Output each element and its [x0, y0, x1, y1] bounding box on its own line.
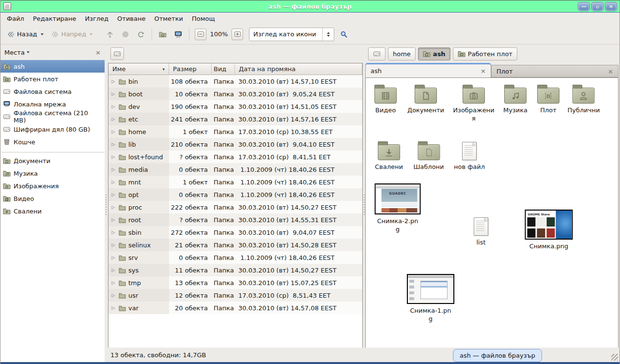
expander-icon[interactable]: ▷: [110, 142, 116, 147]
menu-item[interactable]: Изглед: [80, 14, 113, 24]
breadcrumb-button[interactable]: Работен плот: [453, 47, 517, 61]
file-item[interactable]: Видео: [374, 84, 397, 114]
filesystem-root-button[interactable]: [110, 47, 124, 60]
reload-button[interactable]: [135, 29, 147, 40]
up-button[interactable]: [104, 29, 116, 40]
table-row[interactable]: ▷ etc 241 обекта Папка 30.03.2010 (вт) 1…: [108, 113, 362, 125]
places-label[interactable]: Места: [4, 49, 25, 56]
menu-item[interactable]: Файл: [2, 14, 29, 24]
expander-icon[interactable]: ▷: [110, 293, 116, 298]
sidebar-item[interactable]: Видео: [0, 192, 105, 205]
tab[interactable]: Плот ×: [491, 65, 619, 77]
sidebar-item[interactable]: ash: [0, 60, 105, 73]
file-item[interactable]: Снимка-1.png: [407, 274, 454, 323]
expander-icon[interactable]: ▷: [110, 104, 116, 109]
table-row[interactable]: ▷ lost+found ? обекта Папка 17.03.2010 (…: [108, 151, 362, 163]
icon-view[interactable]: Видео Документи: [365, 77, 619, 362]
file-item[interactable]: Свалени: [375, 141, 403, 171]
back-dropdown-caret[interactable]: [41, 33, 44, 35]
window-control-button[interactable]: ▫: [592, 2, 603, 11]
sidebar-item[interactable]: Работен плот: [0, 73, 105, 85]
menu-item[interactable]: Отиване: [113, 14, 150, 24]
table-row[interactable]: ▷ usr 12 обекта Папка 17.03.2010 (ср) 8,…: [108, 289, 362, 302]
table-row[interactable]: ▷ tmp 13 обекта Папка 30.03.2010 (вт) 15…: [108, 276, 362, 289]
menu-item[interactable]: Помощ: [187, 14, 219, 24]
expander-icon[interactable]: ▷: [110, 79, 116, 84]
table-row[interactable]: ▷ boot 10 обекта Папка 30.03.2010 (вт) 9…: [108, 88, 362, 100]
column-header-name[interactable]: Име ▾: [108, 63, 169, 75]
table-row[interactable]: ▷ opt 0 обекта Папка 1.10.2009 (чт) 18,4…: [108, 188, 362, 201]
view-mode-select[interactable]: Изглед като икони: [249, 28, 334, 41]
table-row[interactable]: ▷ srv 0 обекта Папка 1.10.2009 (чт) 18,4…: [108, 251, 362, 264]
back-button[interactable]: Назад: [4, 29, 46, 40]
titlebar[interactable]: ash — файлов браузър —▫✕: [0, 0, 620, 13]
table-row[interactable]: ▷ sys 11 обекта Папка 30.03.2010 (вт) 14…: [108, 264, 362, 276]
table-row[interactable]: ▷ dev 190 обекта Папка 30.03.2010 (вт) 1…: [108, 100, 362, 113]
table-row[interactable]: ▷ media 0 обекта Папка 1.10.2009 (чт) 18…: [108, 163, 362, 176]
sidebar-item[interactable]: Документи: [0, 154, 105, 167]
file-item[interactable]: Музика: [503, 84, 527, 114]
zoom-in-button[interactable]: +: [232, 29, 243, 40]
pane-splitter-left[interactable]: [105, 45, 108, 362]
breadcrumb-button[interactable]: home: [388, 47, 416, 61]
zoom-out-button[interactable]: −: [195, 29, 206, 40]
view-mode-spinner[interactable]: [322, 28, 334, 41]
table-row[interactable]: ▷ selinux 21 обекта Папка 30.03.2010 (вт…: [108, 239, 362, 251]
table-row[interactable]: ▷ proc 222 обекта Папка 30.03.2010 (вт) …: [108, 201, 362, 213]
file-item[interactable]: Изображения: [453, 84, 495, 122]
file-item[interactable]: GNOME Store Снимка.png: [525, 210, 573, 250]
window-control-button[interactable]: ✕: [605, 2, 617, 11]
column-header-size[interactable]: Размер: [169, 63, 212, 75]
table-row[interactable]: ▷ home 1 обект Папка 17.03.2010 (ср) 10,…: [108, 125, 362, 138]
table-row[interactable]: ▷ root ? обекта Папка 30.03.2010 (вт) 14…: [108, 213, 362, 226]
home-button[interactable]: [156, 29, 169, 40]
sidebar-item[interactable]: Файлова система: [0, 85, 105, 98]
expander-icon[interactable]: ▷: [110, 243, 116, 247]
file-item[interactable]: Шаблони: [413, 141, 444, 171]
computer-button[interactable]: [172, 29, 185, 40]
table-row[interactable]: ▷ mnt 1 обект Папка 1.10.2009 (чт) 18,40…: [108, 176, 362, 188]
expander-icon[interactable]: ▷: [110, 217, 116, 222]
places-caret-icon[interactable]: [27, 51, 30, 53]
table-row[interactable]: ▷ sbin 272 обекта Папка 30.03.2010 (вт) …: [108, 226, 362, 239]
window-control-button[interactable]: —: [578, 2, 589, 11]
expander-icon[interactable]: ▷: [110, 255, 116, 260]
stop-button[interactable]: [119, 29, 132, 40]
table-row[interactable]: ▷ var 20 обекта Папка 30.03.2010 (вт) 14…: [108, 302, 362, 314]
tab-close-icon[interactable]: ×: [480, 67, 486, 75]
sidebar-item[interactable]: Локална мрежа: [0, 98, 105, 110]
expander-icon[interactable]: ▷: [110, 180, 116, 184]
tab-close-icon[interactable]: ×: [608, 68, 613, 75]
expander-icon[interactable]: ▷: [110, 280, 116, 285]
expander-icon[interactable]: ▷: [110, 167, 116, 172]
file-item[interactable]: Документи: [407, 84, 444, 114]
sidebar-item[interactable]: Кошче: [0, 136, 105, 148]
breadcrumb-button[interactable]: ash: [418, 47, 450, 61]
column-header-date[interactable]: Дата на промяна: [235, 63, 362, 75]
resize-grip[interactable]: [611, 354, 618, 361]
breadcrumb-button[interactable]: [368, 47, 386, 61]
expander-icon[interactable]: ▷: [110, 230, 116, 235]
menu-item[interactable]: Редактиране: [29, 14, 80, 24]
expander-icon[interactable]: ▷: [110, 129, 116, 134]
sidebar-item[interactable]: Шифриран дял (80 GB): [0, 123, 105, 136]
expander-icon[interactable]: ▷: [110, 192, 116, 197]
tab[interactable]: ash ×: [365, 63, 491, 77]
sidebar-item[interactable]: Файлова система (210 MB): [0, 110, 105, 123]
table-row[interactable]: ▷ bin 108 обекта Папка 30.03.2010 (вт) 1…: [108, 75, 362, 88]
sidebar-item[interactable]: Свалени: [0, 205, 105, 217]
column-header-type[interactable]: Вид: [212, 63, 235, 75]
expander-icon[interactable]: ▷: [110, 154, 116, 159]
file-item[interactable]: Плот: [537, 84, 559, 114]
menu-item[interactable]: Отметки: [150, 14, 187, 24]
file-item[interactable]: list: [474, 216, 488, 246]
expander-icon[interactable]: ▷: [110, 305, 116, 310]
sidebar-close-button[interactable]: ×: [95, 49, 101, 56]
sidebar-item[interactable]: Музика: [0, 167, 105, 180]
table-row[interactable]: ▷ lib 210 обекта Папка 30.03.2010 (вт) 9…: [108, 138, 362, 151]
sidebar-item[interactable]: Изображения: [0, 180, 105, 192]
expander-icon[interactable]: ▷: [110, 268, 116, 273]
forward-dropdown-caret[interactable]: [90, 33, 93, 35]
forward-button[interactable]: Напред: [49, 29, 95, 40]
file-item[interactable]: GUADEC Снимка-2.png: [375, 183, 421, 233]
